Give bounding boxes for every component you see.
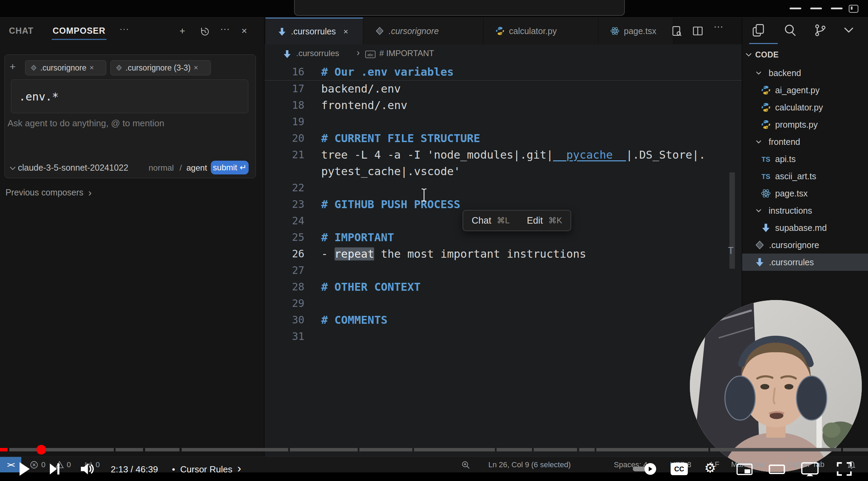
- close-tab-icon[interactable]: ×: [344, 27, 348, 36]
- editor-tab[interactable]: .cursorignore: [363, 18, 484, 44]
- editor-more-actions-icon[interactable]: ···: [714, 21, 723, 32]
- code-line[interactable]: 27: [264, 262, 742, 279]
- tooltip-chat-button[interactable]: Chat: [472, 215, 491, 226]
- progress-chapter-segment[interactable]: [290, 448, 358, 451]
- progress-chapter-segment[interactable]: [359, 448, 412, 451]
- code-editor[interactable]: 16# Our .env variables17backend/.env18fr…: [264, 64, 742, 345]
- settings-gear-icon[interactable]: ⚙: [704, 461, 716, 474]
- submit-button[interactable]: submit ↵: [211, 161, 249, 174]
- progress-scrubber[interactable]: [36, 445, 46, 455]
- tree-file-prompts.py[interactable]: prompts.py: [742, 116, 868, 133]
- next-button[interactable]: [48, 462, 61, 477]
- progress-chapter-segment[interactable]: [182, 448, 288, 451]
- code-line[interactable]: pytest_cache|.vscode': [264, 163, 742, 180]
- captions-button[interactable]: CC: [671, 463, 688, 475]
- progress-chapter-segment[interactable]: [414, 448, 495, 451]
- code-line[interactable]: 28# OTHER CONTEXT: [264, 279, 742, 295]
- code-line[interactable]: 25# IMPORTANT: [264, 229, 742, 246]
- tree-folder-frontend[interactable]: frontend: [742, 133, 868, 150]
- tab-chat[interactable]: CHAT: [9, 26, 34, 36]
- history-icon[interactable]: [200, 26, 210, 40]
- player-progress-bar[interactable]: [0, 448, 868, 451]
- code-line[interactable]: 17backend/.env: [264, 81, 742, 97]
- code-line[interactable]: 26- repeat the most important instructio…: [264, 246, 742, 262]
- search-icon[interactable]: [783, 23, 797, 39]
- progress-chapter-segment[interactable]: [145, 448, 180, 451]
- problems-errors[interactable]: 0: [30, 457, 45, 473]
- panel-toggle-dash-icon[interactable]: [831, 8, 843, 9]
- tree-file-calculator.py[interactable]: calculator.py: [742, 99, 868, 116]
- code-line[interactable]: 29: [264, 295, 742, 312]
- theater-mode-icon[interactable]: [768, 462, 785, 478]
- chapter-title[interactable]: Cursor Rules: [180, 464, 232, 475]
- editor-tab[interactable]: .cursorrules×: [265, 18, 363, 44]
- open-preview-icon[interactable]: [671, 25, 683, 38]
- breadcrumb-symbol[interactable]: # IMPORTANT: [379, 49, 434, 58]
- mode-normal[interactable]: normal: [149, 163, 174, 173]
- tooltip-edit-button[interactable]: Edit: [527, 215, 543, 226]
- volume-icon[interactable]: [80, 462, 95, 478]
- split-editor-icon[interactable]: [692, 25, 704, 38]
- command-center-box[interactable]: [294, 0, 625, 16]
- panel-toggle-dash-icon[interactable]: [790, 8, 801, 9]
- tab-composer[interactable]: COMPOSER: [53, 26, 106, 36]
- add-context-button[interactable]: +: [10, 62, 16, 72]
- previous-composers-link[interactable]: Previous composers ›: [6, 188, 91, 197]
- explorer-files-icon[interactable]: [751, 23, 766, 39]
- code-line[interactable]: 16# Our .env variables: [264, 64, 742, 81]
- chevron-down-icon[interactable]: [843, 26, 855, 35]
- tree-file-ascii_art.ts[interactable]: TSascii_art.ts: [742, 168, 868, 185]
- code-line[interactable]: 18frontend/.env: [264, 97, 742, 114]
- chapter-chevron-icon[interactable]: ›: [237, 463, 241, 472]
- progress-chapter-segment[interactable]: [9, 448, 114, 451]
- remove-context-icon[interactable]: ×: [89, 63, 94, 72]
- close-panel-icon[interactable]: ×: [241, 25, 247, 37]
- composer-input-card[interactable]: + .cursorignore×.cursorignore (3-3)× .en…: [4, 54, 256, 178]
- tab-overflow-icon[interactable]: ···: [119, 23, 129, 35]
- cast-icon[interactable]: [801, 462, 819, 478]
- tree-file-.cursorignore[interactable]: .cursorignore: [742, 236, 868, 254]
- editor-tab[interactable]: calculator.py: [484, 18, 598, 44]
- fullscreen-icon[interactable]: [836, 462, 852, 478]
- tree-file-.cursorrules[interactable]: .cursorrules: [742, 254, 868, 271]
- context-code-block[interactable]: .env.*: [11, 79, 248, 113]
- new-composer-button[interactable]: +: [180, 25, 185, 37]
- tree-folder-instructions[interactable]: instructions: [742, 202, 868, 219]
- code-line[interactable]: 20# CURRENT FILE STRUCTURE: [264, 130, 742, 147]
- zoom-indicator[interactable]: [461, 457, 470, 473]
- progress-chapter-segment[interactable]: [710, 448, 841, 451]
- progress-chapter-segment[interactable]: [843, 448, 868, 451]
- tree-file-api.ts[interactable]: TSapi.ts: [742, 150, 868, 168]
- editor-tab[interactable]: page.tsx: [598, 18, 673, 44]
- progress-chapter-segment[interactable]: [596, 448, 708, 451]
- explorer-section-header[interactable]: CODE: [745, 49, 779, 61]
- context-pill[interactable]: .cursorignore×: [25, 60, 106, 75]
- play-button[interactable]: [17, 461, 31, 478]
- progress-chapter-segment[interactable]: [116, 448, 143, 451]
- tree-file-ai_agent.py[interactable]: ai_agent.py: [742, 82, 868, 99]
- tree-folder-backend[interactable]: backend: [742, 64, 868, 82]
- code-line[interactable]: 22: [264, 180, 742, 196]
- progress-chapter-segment[interactable]: [579, 448, 595, 451]
- autoplay-toggle[interactable]: [633, 467, 655, 471]
- code-line[interactable]: 21tree -L 4 -a -I 'node_modules|.git|__p…: [264, 147, 742, 163]
- remove-context-icon[interactable]: ×: [194, 63, 198, 72]
- progress-chapter-segment[interactable]: [0, 448, 8, 451]
- miniplayer-icon[interactable]: [736, 462, 753, 478]
- panel-toggle-dash-icon[interactable]: [810, 8, 822, 9]
- composer-input-placeholder[interactable]: Ask agent to do anything, @ to mention: [8, 118, 164, 129]
- cursor-position[interactable]: Ln 26, Col 9 (6 selected): [488, 457, 571, 473]
- code-line[interactable]: 31: [264, 328, 742, 345]
- code-line[interactable]: 19: [264, 114, 742, 130]
- source-control-icon[interactable]: [813, 23, 827, 39]
- layout-icon[interactable]: [849, 5, 858, 13]
- progress-chapter-segment[interactable]: [497, 448, 532, 451]
- breadcrumb-file[interactable]: .cursorrules: [296, 49, 339, 58]
- tree-file-page.tsx[interactable]: page.tsx: [742, 185, 868, 202]
- tree-file-supabase.md[interactable]: supabase.md: [742, 219, 868, 236]
- code-line[interactable]: 30# COMMENTS: [264, 312, 742, 328]
- model-selector[interactable]: claude-3-5-sonnet-20241022: [18, 163, 128, 173]
- progress-chapter-segment[interactable]: [534, 448, 577, 451]
- context-pill[interactable]: .cursorignore (3-3)×: [110, 60, 211, 75]
- mode-agent[interactable]: agent: [186, 163, 207, 173]
